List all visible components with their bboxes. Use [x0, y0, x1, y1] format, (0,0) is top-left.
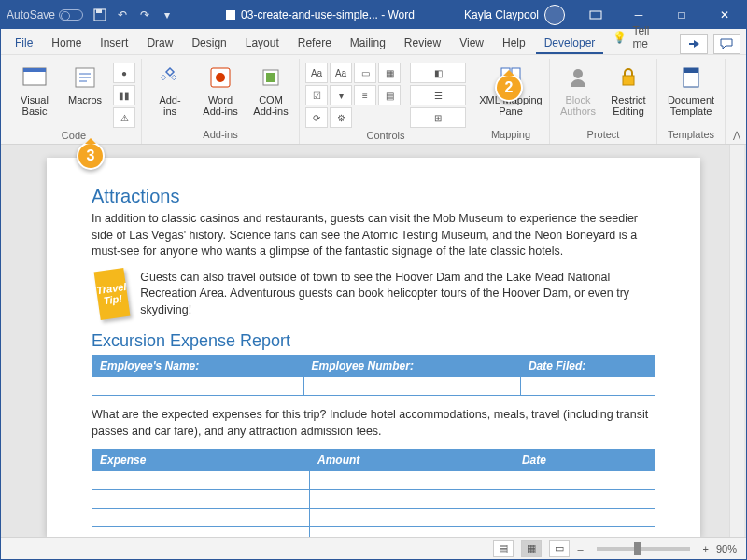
svg-rect-3 — [226, 10, 235, 20]
autosave-toggle[interactable]: AutoSave — [1, 8, 83, 21]
svg-rect-11 — [266, 73, 275, 82]
group-label-protect: Protect — [587, 127, 620, 144]
ribbon: Visual Basic Macros ● ▮▮ ⚠ Code Add- ins… — [1, 55, 746, 145]
page[interactable]: Attractions In addition to classic casin… — [47, 158, 700, 537]
web-layout-button[interactable]: ▭ — [549, 540, 570, 557]
com-addins-button[interactable]: COM Add-ins — [248, 63, 293, 117]
design-mode-button[interactable]: ◧ — [410, 63, 466, 83]
paragraph: In addition to classic casinos and resta… — [92, 211, 655, 260]
group-label-mapping: Mapping — [491, 127, 530, 144]
menu-mailings[interactable]: Mailing — [342, 32, 394, 54]
toggle-icon — [59, 9, 83, 21]
zoom-out-button[interactable]: – — [577, 543, 583, 554]
date-control-button[interactable]: ▤ — [378, 85, 401, 105]
heading-expense: Excursion Expense Report — [92, 331, 655, 351]
menu-insert[interactable]: Insert — [92, 32, 136, 54]
tell-me-search[interactable]: 💡 Tell me — [605, 21, 674, 54]
close-button[interactable]: ✕ — [703, 1, 746, 29]
group-label-controls: Controls — [367, 128, 405, 145]
menu-design[interactable]: Design — [183, 32, 234, 54]
block-authors-button[interactable]: Block Authors — [556, 63, 600, 117]
zoom-slider[interactable] — [597, 547, 690, 551]
record-macro-button[interactable]: ● — [113, 63, 135, 83]
travel-tip-sticky: Travel Tip! — [94, 268, 131, 320]
dropdown-control-button[interactable]: ≡ — [354, 85, 376, 105]
lightbulb-icon: 💡 — [613, 31, 627, 44]
expense-table[interactable]: ExpenseAmountDate — [92, 449, 655, 537]
group-label-code: Code — [62, 128, 86, 145]
svg-point-9 — [216, 73, 225, 82]
redo-icon[interactable]: ↷ — [137, 7, 152, 22]
print-layout-button[interactable]: ▦ — [521, 540, 542, 557]
save-icon[interactable] — [92, 7, 107, 22]
group-label-addins: Add-ins — [203, 127, 237, 144]
qat-dropdown-icon[interactable]: ▾ — [160, 7, 175, 22]
document-template-button[interactable]: Document Template — [663, 63, 719, 117]
menu-help[interactable]: Help — [494, 32, 534, 54]
zoom-in-button[interactable]: + — [703, 543, 709, 554]
collapse-ribbon-icon[interactable]: ⋀ — [733, 130, 740, 140]
visual-basic-button[interactable]: Visual Basic — [12, 63, 57, 117]
paragraph: What are the expected expenses for this … — [92, 407, 655, 440]
repeating-control-button[interactable]: ⟳ — [305, 107, 328, 128]
restrict-editing-button[interactable]: Restrict Editing — [606, 63, 651, 117]
pause-macro-button[interactable]: ▮▮ — [113, 85, 135, 105]
vertical-scrollbar[interactable] — [729, 145, 744, 537]
undo-icon[interactable]: ↶ — [115, 7, 130, 22]
statusbar: ▤ ▦ ▭ – + 90% — [1, 537, 746, 559]
zoom-level[interactable]: 90% — [716, 543, 737, 554]
building-block-control-button[interactable]: ▦ — [378, 63, 401, 83]
menu-layout[interactable]: Layout — [237, 32, 288, 54]
avatar — [544, 5, 565, 25]
word-addins-button[interactable]: Word Add-ins — [198, 63, 243, 117]
read-mode-button[interactable]: ▤ — [493, 540, 514, 557]
combo-control-button[interactable]: ▾ — [330, 85, 352, 105]
legacy-tools-button[interactable]: ⚙ — [330, 107, 352, 128]
addins-button[interactable]: Add- ins — [148, 63, 192, 117]
comments-button[interactable] — [713, 34, 740, 54]
employee-table[interactable]: Employee's Name:Employee Number:Date Fil… — [92, 355, 655, 396]
callout-2: 2 — [495, 74, 523, 102]
macro-security-button[interactable]: ⚠ — [113, 107, 135, 128]
menu-home[interactable]: Home — [43, 32, 90, 54]
heading-attractions: Attractions — [92, 186, 655, 207]
svg-rect-15 — [623, 76, 634, 85]
rich-text-control-button[interactable]: Aa — [305, 63, 328, 83]
menu-file[interactable]: File — [7, 32, 41, 54]
group-controls-button[interactable]: ⊞ — [410, 107, 466, 128]
menu-references[interactable]: Refere — [289, 32, 340, 54]
user-account[interactable]: Kayla Claypool — [464, 5, 565, 25]
document-area: Attractions In addition to classic casin… — [1, 145, 746, 537]
svg-rect-17 — [684, 68, 698, 73]
menu-developer[interactable]: Developer — [536, 32, 604, 54]
svg-point-14 — [573, 69, 583, 78]
svg-rect-1 — [96, 9, 102, 13]
svg-rect-4 — [590, 11, 601, 19]
properties-button[interactable]: ☰ — [410, 85, 466, 105]
menubar: File Home Insert Draw Design Layout Refe… — [1, 29, 746, 55]
group-label-templates: Templates — [668, 127, 714, 144]
window-title: 03-create-and-use-simple... - Word — [175, 8, 464, 21]
callout-3: 3 — [77, 142, 105, 170]
macros-button[interactable]: Macros — [63, 63, 107, 105]
tip-paragraph: Guests can also travel outside of town t… — [140, 270, 655, 319]
checkbox-control-button[interactable]: ☑ — [305, 85, 328, 105]
menu-draw[interactable]: Draw — [138, 32, 181, 54]
svg-rect-6 — [23, 68, 46, 72]
word-icon — [224, 8, 237, 21]
share-button[interactable] — [680, 34, 707, 54]
menu-view[interactable]: View — [451, 32, 492, 54]
picture-control-button[interactable]: ▭ — [354, 63, 376, 83]
plain-text-control-button[interactable]: Aa — [330, 63, 352, 83]
menu-review[interactable]: Review — [396, 32, 449, 54]
